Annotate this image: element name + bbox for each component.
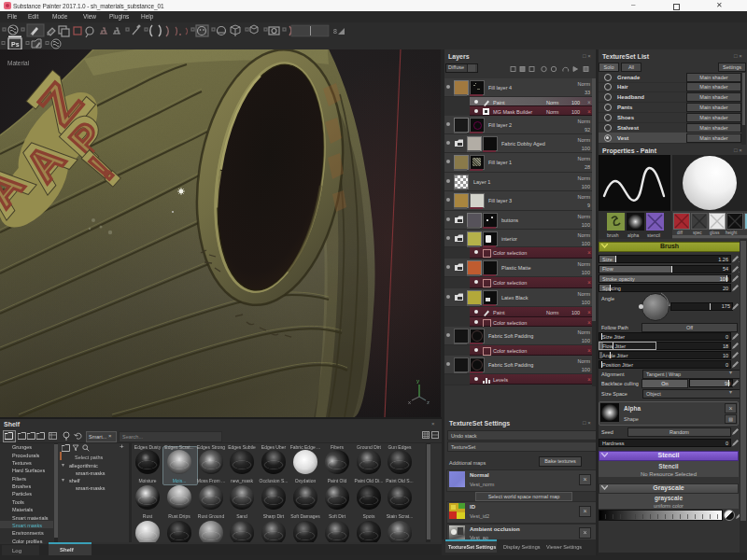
svg-text:Material: Material [7,60,30,66]
svg-text:Ps: Ps [11,41,20,48]
svg-text:y: y [416,378,419,384]
svg-text:z: z [427,399,430,405]
svg-text:x: x [408,399,411,405]
svg-text:8: 8 [333,28,337,35]
